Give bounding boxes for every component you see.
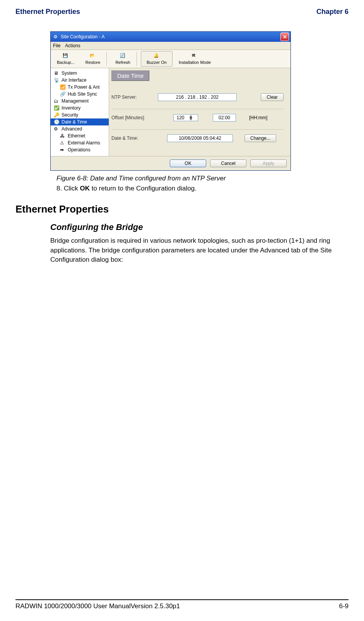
- sidebar-item-operations[interactable]: ➡Operations: [51, 146, 109, 153]
- titlebar: ⚙ Site Configuration - A ✕: [51, 32, 291, 42]
- sidebar-item-label: Tx Power & Ant: [68, 84, 100, 90]
- alarm-icon: ⚠: [60, 140, 65, 146]
- offset-label: Offset [Minutes]:: [111, 115, 154, 120]
- step-bold: OK: [80, 185, 90, 192]
- sidebar: 🖥System 📡Air Interface 📶Tx Power & Ant 🔗…: [51, 68, 109, 156]
- sidebar-item-external-alarms[interactable]: ⚠External Alarms: [51, 139, 109, 146]
- app-icon: ⚙: [52, 34, 58, 40]
- install-icon: 🛠: [191, 53, 198, 59]
- toolbar-backup-label: Backup...: [57, 60, 75, 65]
- menu-actions[interactable]: Actions: [65, 43, 80, 48]
- page-footer: RADWIN 1000/2000/3000 User ManualVersion…: [15, 599, 349, 610]
- toolbar-install[interactable]: 🛠 Installation Mode: [173, 51, 216, 67]
- sidebar-item-tx-power[interactable]: 📶Tx Power & Ant: [51, 84, 109, 91]
- sidebar-item-label: Ethernet: [68, 133, 85, 139]
- apply-button: Apply: [250, 160, 287, 167]
- window-title: Site Configuration - A: [61, 34, 104, 39]
- clear-button[interactable]: Clear: [261, 93, 284, 101]
- sidebar-item-label: Inventory: [62, 105, 80, 111]
- toolbar-install-label: Installation Mode: [179, 60, 211, 65]
- heading-ethernet-properties: Ethernet Properties: [15, 203, 349, 215]
- toolbar-refresh[interactable]: 🔄 Refresh: [110, 51, 136, 67]
- sidebar-item-management[interactable]: 🗂Management: [51, 98, 109, 105]
- cancel-button[interactable]: Cancel: [210, 160, 246, 167]
- offset-minutes-input[interactable]: 120 ▲▼: [173, 114, 198, 121]
- ntp-server-input[interactable]: 216 . 218 . 192 . 202: [158, 93, 237, 101]
- system-icon: 🖥: [54, 70, 59, 76]
- toolbar: 💾 Backup... 📂 Restore 🔄 Refresh 🔔: [51, 50, 291, 68]
- dialog-footer: OK Cancel Apply: [51, 156, 291, 170]
- datetime-label: Date & Time:: [111, 136, 154, 141]
- close-button[interactable]: ✕: [280, 33, 289, 41]
- offset-hhmm-display: 02:00: [213, 114, 236, 122]
- section-title: Date Time: [111, 70, 149, 81]
- toolbar-separator: [137, 52, 139, 66]
- offset-row: Offset [Minutes]: 120 ▲▼ 02:00 [HH:mm]: [111, 109, 284, 130]
- ntp-label: NTP Server:: [111, 94, 154, 100]
- sidebar-item-label: Security: [62, 112, 78, 118]
- datetime-row: Date & Time: 10/06/2008 05:04:42 Change.…: [111, 130, 284, 150]
- sidebar-item-label: System: [62, 70, 77, 76]
- header-right: Chapter 6: [316, 8, 349, 16]
- toolbar-buzzer-label: Buzzer On: [147, 60, 167, 65]
- refresh-icon: 🔄: [120, 53, 126, 59]
- step-text: 8. Click OK to return to the Configurati…: [56, 185, 298, 192]
- toolbar-backup[interactable]: 💾 Backup...: [51, 51, 80, 67]
- security-icon: 🔑: [54, 112, 59, 118]
- ethernet-icon: 🖧: [60, 133, 65, 139]
- sidebar-item-label: Hub Site Sync: [68, 91, 97, 97]
- datetime-display: 10/06/2008 05:04:42: [167, 134, 233, 142]
- page-header: Ethernet Properties Chapter 6: [15, 8, 349, 16]
- toolbar-buzzer[interactable]: 🔔 Buzzer On: [141, 51, 173, 67]
- tx-icon: 📶: [60, 84, 65, 90]
- change-button[interactable]: Change...: [244, 134, 276, 142]
- sidebar-item-air-interface[interactable]: 📡Air Interface: [51, 77, 109, 84]
- menu-file[interactable]: File: [53, 43, 60, 48]
- gear-icon: ⚙: [54, 126, 59, 132]
- sidebar-item-label: Management: [62, 98, 89, 104]
- step-post: to return to the Configuration dialog.: [90, 185, 197, 192]
- toolbar-restore-label: Restore: [85, 60, 101, 65]
- close-icon: ✕: [283, 34, 287, 40]
- step-pre: Click: [64, 185, 80, 192]
- dialog-body: 🖥System 📡Air Interface 📶Tx Power & Ant 🔗…: [51, 68, 291, 156]
- offset-minutes-value: 120: [175, 115, 186, 120]
- sidebar-item-security[interactable]: 🔑Security: [51, 112, 109, 118]
- offset-unit-label: [HH:mm]: [249, 115, 267, 120]
- operations-icon: ➡: [60, 147, 65, 153]
- sidebar-item-label: Date & Time: [62, 119, 87, 125]
- sidebar-item-ethernet[interactable]: 🖧Ethernet: [51, 132, 109, 139]
- spinner-arrows-icon[interactable]: ▲▼: [186, 115, 196, 120]
- sidebar-item-label: Air Interface: [62, 77, 87, 83]
- sidebar-item-inventory[interactable]: ✅Inventory: [51, 105, 109, 112]
- dialog-window: ⚙ Site Configuration - A ✕ File Actions …: [50, 31, 291, 171]
- step-number: 8.: [56, 185, 64, 192]
- sidebar-item-date-time[interactable]: 🕒Date & Time: [51, 118, 109, 125]
- header-left: Ethernet Properties: [15, 8, 80, 16]
- toolbar-separator: [106, 52, 109, 66]
- disk-icon: 💾: [63, 53, 69, 59]
- screenshot-container: ⚙ Site Configuration - A ✕ File Actions …: [50, 31, 298, 192]
- sidebar-item-label: Advanced: [62, 126, 82, 132]
- air-icon: 📡: [54, 77, 59, 83]
- toolbar-refresh-label: Refresh: [115, 60, 130, 65]
- sidebar-item-system[interactable]: 🖥System: [51, 70, 109, 77]
- ok-button[interactable]: OK: [170, 160, 206, 167]
- inventory-icon: ✅: [54, 105, 59, 111]
- body-paragraph: Bridge configuration is required in vari…: [50, 236, 337, 265]
- management-icon: 🗂: [54, 98, 59, 104]
- figure-caption: Figure 6-8: Date and Time configured fro…: [56, 175, 298, 182]
- ntp-row: NTP Server: 216 . 218 . 192 . 202 Clear: [111, 89, 284, 109]
- sidebar-item-label: Operations: [68, 147, 91, 153]
- sidebar-item-advanced[interactable]: ⚙Advanced: [51, 125, 109, 132]
- hub-icon: 🔗: [60, 91, 65, 97]
- sidebar-item-label: External Alarms: [68, 140, 100, 146]
- menubar: File Actions: [51, 42, 291, 50]
- sidebar-item-hub-site-sync[interactable]: 🔗Hub Site Sync: [51, 91, 109, 98]
- content-panel: Date Time NTP Server: 216 . 218 . 192 . …: [109, 68, 291, 156]
- toolbar-restore[interactable]: 📂 Restore: [80, 51, 106, 67]
- restore-icon: 📂: [90, 53, 96, 59]
- footer-right: 6-9: [339, 602, 349, 610]
- clock-icon: 🕒: [54, 119, 59, 125]
- heading-configuring-bridge: Configuring the Bridge: [50, 222, 349, 232]
